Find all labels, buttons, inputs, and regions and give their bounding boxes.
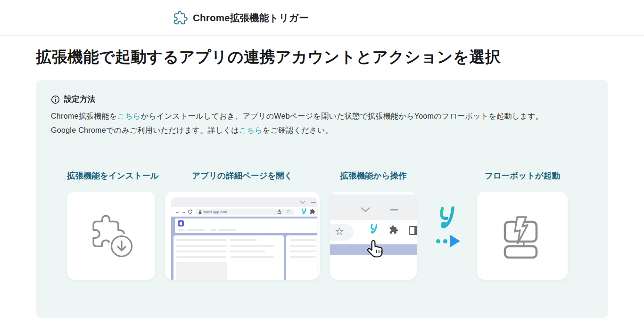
info-box: 設定方法 Chrome拡張機能をこちらからインストールしておき、アプリのWebペ… [36, 80, 608, 318]
instructions-segment: Google Chromeでのみご利用いただけます。詳しくは [51, 126, 239, 134]
page-title: 拡張機能で起動するアプリの連携アカウントとアクションを選択 [36, 47, 501, 68]
extensions-puzzle-icon [389, 225, 398, 234]
step-operate-extension: 拡張機能から操作 ☆ [330, 170, 417, 280]
puzzle-download-icon [87, 211, 136, 260]
app-header: Chrome拡張機能トリガー [0, 0, 644, 36]
lock-icon [198, 210, 202, 214]
forward-icon: → [181, 209, 186, 215]
instructions-segment: Chrome拡張機能を [51, 112, 117, 120]
placeholder-line [176, 256, 227, 258]
share-icon [277, 209, 282, 215]
placeholder-bar [210, 229, 216, 231]
bookmark-star-icon: ☆ [335, 226, 344, 238]
help-link[interactable]: こちら [239, 126, 263, 134]
reload-icon [188, 209, 193, 214]
method-heading-label: 設定方法 [64, 94, 95, 105]
chevron-down-icon [360, 207, 371, 212]
placeholder-line [230, 245, 274, 247]
browser-titlebar [171, 198, 317, 207]
yoom-extension-icon[interactable] [370, 224, 379, 236]
zoomed-titlebar [330, 194, 417, 220]
placeholder-line [230, 256, 274, 258]
placeholder-bar [187, 229, 205, 231]
step-flowbot-launch: フローボットが起動 [477, 170, 568, 280]
puzzle-outline-icon [173, 11, 188, 25]
placeholder-bar [178, 229, 185, 231]
install-link[interactable]: こちら [117, 112, 141, 120]
step-label: アプリの詳細ページを開く [165, 170, 320, 182]
step-install-extension: 拡張機能をインストール [67, 170, 155, 280]
method-heading: 設定方法 [51, 94, 95, 105]
placeholder-line [290, 245, 316, 247]
placeholder-line [230, 250, 265, 252]
hand-pointer-icon [367, 239, 385, 262]
yoom-extension-icon [301, 208, 307, 216]
launch-connector [429, 202, 485, 263]
minimize-icon [390, 209, 398, 210]
yoom-logo-icon [438, 206, 457, 234]
webpage-area [171, 217, 317, 280]
play-arrow-icon [450, 235, 460, 247]
back-icon: ← [175, 209, 180, 215]
placeholder-block [176, 262, 227, 280]
app-title: Chrome拡張機能トリガー [193, 11, 309, 24]
instructions-segment: をご確認ください。 [263, 126, 333, 134]
minimize-icon [311, 202, 316, 203]
step-card-flowbot [477, 192, 568, 280]
step-label: フローボットが起動 [477, 170, 568, 182]
step-label: 拡張機能をインストール [67, 170, 155, 182]
browser-window-mockup: ← → sales.app.com [171, 198, 317, 280]
placeholder-line [290, 250, 316, 252]
app-document-icon [178, 220, 184, 226]
step-label: 拡張機能から操作 [330, 170, 417, 182]
brand: Chrome拡張機能トリガー [173, 0, 309, 36]
step-card-toolbar: ☆ [330, 192, 417, 280]
page: Chrome拡張機能トリガー 拡張機能で起動するアプリの連携アカウントとアクショ… [0, 0, 644, 331]
extensions-puzzle-icon [310, 209, 315, 214]
instructions-segment: からインストールしておき、アプリのWebページを開いた状態で拡張機能からYoom… [141, 112, 544, 120]
instructions-text: Chrome拡張機能をこちらからインストールしておき、アプリのWebページを開い… [51, 109, 593, 137]
side-panel-icon [409, 226, 417, 235]
step-card-install [67, 192, 155, 280]
webpage-left-panel [173, 235, 284, 280]
info-circle-icon [51, 95, 60, 104]
placeholder-line [176, 245, 227, 247]
placeholder-line [290, 256, 316, 258]
step-card-browser: ← → sales.app.com [165, 192, 320, 280]
url-text: sales.app.com [203, 210, 227, 214]
placeholder-bar [218, 229, 236, 231]
chevron-down-icon [300, 201, 305, 204]
dot-icon [443, 239, 447, 243]
placeholder-line [176, 250, 227, 252]
placeholder-line [290, 239, 316, 241]
bookmark-star-icon: ☆ [286, 209, 290, 214]
dot-icon [436, 239, 440, 243]
address-bar: sales.app.com ☆ [195, 209, 295, 215]
flowbot-monitor-icon [498, 211, 547, 260]
placeholder-line [230, 239, 257, 241]
webpage-right-panel [286, 235, 317, 280]
browser-toolbar: ← → sales.app.com [171, 207, 317, 217]
step-open-app-page: アプリの詳細ページを開く ← → [165, 170, 320, 280]
placeholder-line [176, 239, 227, 241]
webpage-header-band [175, 218, 317, 233]
address-bar-end: ☆ [330, 224, 354, 241]
